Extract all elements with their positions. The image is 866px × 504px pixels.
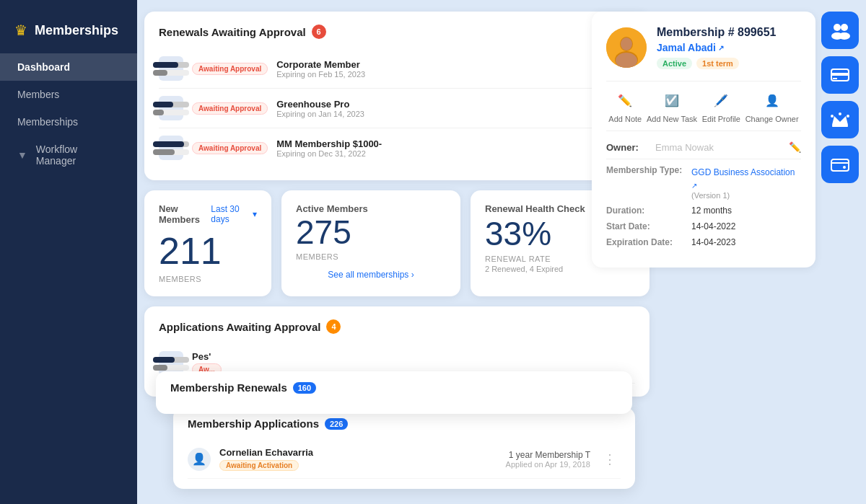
renewal-row-1: Awaiting Approval Greenhouse Pro Expirin… (159, 89, 635, 128)
add-task-icon: ☑️ (660, 89, 683, 112)
svg-rect-13 (832, 125, 848, 127)
awaiting-badge-2: Awaiting Approval (192, 142, 268, 154)
owner-row: Owner: Emma Nowak ✏️ (606, 141, 801, 153)
renewal-date-2: Expiring on Dec 31, 2022 (276, 149, 605, 158)
member-badges: Active 1st term (657, 58, 776, 69)
member-header: Membership # 899651 Jamal Abadi ↗ Active… (606, 26, 801, 69)
crown-logo-icon: ♛ (14, 22, 27, 39)
detail-row-start: Start Date: 14-04-2022 (606, 221, 801, 231)
new-members-label: New Members (159, 203, 211, 225)
icon-btn-wallet[interactable] (821, 146, 859, 183)
new-members-number: 211 (159, 231, 257, 272)
svg-point-4 (616, 53, 637, 68)
person-avatar: 👤 (188, 448, 211, 471)
svg-point-18 (843, 166, 846, 169)
membership-applications-title: Membership Applications (188, 417, 319, 430)
sidebar-item-members[interactable]: Members (0, 81, 137, 108)
sidebar-item-dashboard[interactable]: Dashboard (0, 53, 137, 81)
add-task-btn[interactable]: ☑️ Add New Task (647, 89, 697, 123)
expiry-val: 14-04-2023 (691, 237, 735, 247)
membership-applications-card: Membership Applications 226 👤 Cornelian … (173, 407, 635, 489)
sidebar-nav: Dashboard Members Memberships ▼ Workflow… (0, 53, 137, 174)
status-active-badge: Active (657, 58, 692, 69)
active-members-sublabel: MEMBERS (296, 252, 446, 261)
detail-row-type: Membership Type: GGD Business Associatio… (606, 165, 801, 200)
type-val[interactable]: GGD Business Association (691, 167, 795, 177)
detail-row-expiry: Expiration Date: 14-04-2023 (606, 237, 801, 247)
edit-profile-icon: 🖊️ (709, 89, 732, 112)
svg-point-15 (839, 112, 841, 115)
renewal-avatar-2 (159, 136, 183, 160)
member-info: Membership # 899651 Jamal Abadi ↗ Active… (657, 26, 776, 69)
svg-rect-10 (831, 73, 849, 76)
crown-icon (831, 112, 849, 128)
svg-point-5 (834, 24, 841, 31)
start-label: Start Date: (606, 221, 686, 231)
renewals-title: Renewals Awaiting Approval 6 (159, 25, 635, 39)
renewal-status-0: Awaiting Approval (192, 63, 268, 75)
sidebar-item-workflow[interactable]: ▼ Workflow Manager (0, 136, 137, 174)
duration-val: 12 months (691, 205, 732, 216)
add-note-btn[interactable]: ✏️ Add Note (608, 89, 642, 123)
person-info: Cornelian Echavarria Awaiting Activation (219, 447, 497, 471)
active-members-label: Active Members (296, 203, 446, 214)
app-name-0: Pes' (192, 351, 222, 362)
owner-edit-icon[interactable]: ✏️ (789, 141, 801, 153)
status-term-badge: 1st term (696, 58, 739, 69)
sidebar-item-memberships[interactable]: Memberships (0, 108, 137, 136)
applications-badge: 4 (326, 319, 341, 334)
renewal-avatar-0 (159, 56, 183, 81)
add-note-icon: ✏️ (613, 89, 637, 112)
renewal-info-0: Corporate Member Expiring on Feb 15, 202… (276, 59, 605, 79)
renewal-status-2: Awaiting Approval (192, 142, 268, 154)
person-name: Cornelian Echavarria (219, 447, 497, 458)
person-status: Awaiting Activation (219, 460, 299, 471)
main-content: Renewals Awaiting Approval 6 Awaiting Ap… (144, 12, 650, 465)
avatar-image (606, 27, 647, 68)
wallet-icon (831, 156, 849, 172)
owner-val: Emma Nowak (655, 142, 783, 153)
start-val: 14-04-2022 (691, 221, 735, 231)
edit-profile-btn[interactable]: 🖊️ Edit Profile (702, 89, 740, 123)
duration-label: Duration: (606, 205, 686, 216)
new-members-dropdown[interactable]: Last 30 days ▾ (211, 204, 257, 224)
icon-btn-group[interactable] (821, 12, 859, 49)
applications-title: Applications Awaiting Approval (159, 321, 320, 333)
svg-marker-12 (832, 116, 848, 125)
change-owner-icon: 👤 (761, 89, 784, 112)
type-sub: (Version 1) (691, 191, 801, 200)
awaiting-badge-1: Awaiting Approval (192, 102, 268, 115)
detail-panel: Membership # 899651 Jamal Abadi ↗ Active… (592, 12, 815, 268)
owner-label: Owner: (606, 142, 650, 153)
sidebar: ♛ Memberships Dashboard Members Membersh… (0, 0, 137, 504)
membership-number: Membership # 899651 (657, 26, 776, 39)
change-owner-btn[interactable]: 👤 Change Owner (745, 89, 799, 123)
sidebar-item-label-dashboard: Dashboard (17, 61, 70, 73)
renewal-info-1: Greenhouse Pro Expiring on Jan 14, 2023 (276, 99, 605, 118)
sidebar-item-label-workflow: Workflow Manager (36, 143, 120, 167)
icon-btn-card[interactable] (821, 56, 859, 94)
person-applied: Applied on Apr 19, 2018 (506, 460, 590, 469)
person-membership-info: 1 year Membership T Applied on Apr 19, 2… (506, 450, 590, 469)
see-all-link[interactable]: See all memberships › (296, 270, 446, 280)
person-dots[interactable]: ⋮ (599, 450, 621, 469)
membership-renewals-title: Membership Renewals (170, 381, 287, 394)
sidebar-title: Memberships (35, 23, 118, 38)
active-members-card: Active Members 275 MEMBERS See all membe… (281, 190, 460, 296)
icon-btn-crown[interactable] (821, 101, 859, 138)
sidebar-logo: ♛ Memberships (0, 14, 137, 53)
renewal-row-2: Awaiting Approval MM Membership $1000- E… (159, 128, 635, 167)
type-label: Membership Type: (606, 165, 686, 175)
renewal-row-0: Awaiting Approval Corporate Member Expir… (159, 49, 635, 89)
new-members-card: New Members Last 30 days ▾ 211 MEMBERS (144, 190, 271, 296)
svg-rect-11 (833, 78, 837, 79)
membership-applications-badge: 226 (325, 418, 348, 430)
member-name-link[interactable]: Jamal Abadi ↗ (657, 42, 776, 53)
group-icon (830, 20, 850, 40)
expiry-label: Expiration Date: (606, 237, 686, 247)
svg-point-6 (841, 24, 848, 31)
sidebar-item-label-memberships: Memberships (17, 116, 78, 128)
renewal-name-0: Corporate Member (276, 59, 605, 70)
application-person-row: 👤 Cornelian Echavarria Awaiting Activati… (188, 440, 621, 479)
renewals-badge: 6 (312, 25, 326, 39)
